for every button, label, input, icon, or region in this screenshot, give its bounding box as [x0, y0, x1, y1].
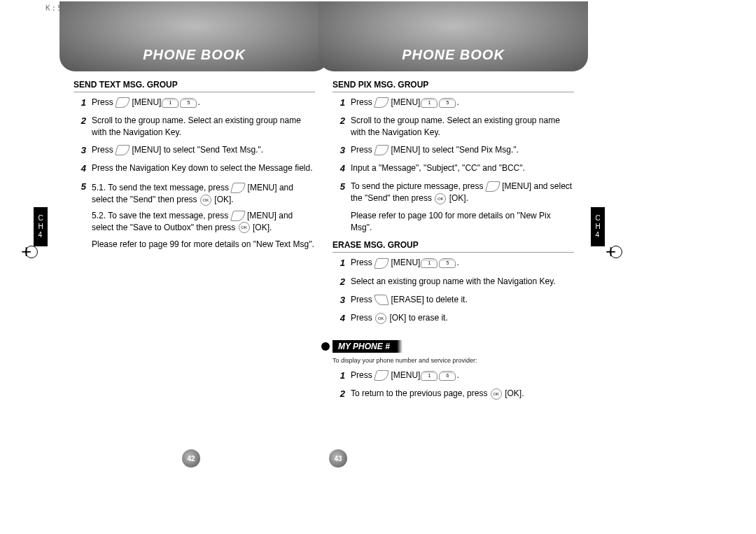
step-1: 1 Press [MENU]15.: [74, 97, 315, 109]
step-text: [OK].: [505, 388, 524, 398]
steps-list: 1 Press [MENU]15. 2 Select an existing g…: [332, 257, 574, 325]
step-text: [OK].: [449, 193, 468, 203]
step-text: .: [456, 97, 458, 107]
step-text: Scroll to the group name. Select an exis…: [92, 115, 315, 139]
section-title: SEND TEXT MSG. GROUP: [74, 80, 315, 92]
step-5: 5 5.1. To send the text message, press […: [74, 181, 315, 233]
step-4: 4 Input a "Message", "Subject", "CC" and…: [332, 162, 574, 175]
step-text: Input a "Message", "Subject", "CC" and "…: [351, 162, 574, 175]
banner-left: PHONE BOOK: [59, 1, 329, 71]
steps-list: 1 Press [MENU]16. 2 To return to the pre…: [332, 370, 574, 400]
step-3: 3 Press [MENU] to select "Send Pix Msg."…: [332, 144, 574, 157]
step-1: 1 Press [MENU]15.: [332, 257, 574, 269]
step-text: [MENU]: [132, 97, 161, 107]
step-text: [MENU]: [391, 370, 420, 380]
step-2: 2 Scroll to the group name. Select an ex…: [74, 115, 315, 139]
num-key-icon: 1: [162, 98, 178, 108]
step-text: 5.1. To send the text message, press: [92, 183, 229, 192]
step-number: 3: [74, 144, 86, 157]
step-5: 5 To send the picture message, press [ME…: [332, 181, 574, 204]
step-text: [MENU] to select "Send Pix Msg.".: [391, 145, 519, 155]
page-number-right: 43: [329, 449, 347, 468]
soft-key-icon: [230, 183, 246, 193]
num-key-icon: 1: [421, 371, 438, 381]
step-text: Press: [351, 370, 372, 380]
soft-key-icon: [230, 211, 246, 221]
step-text: Scroll to the group name. Select an exis…: [351, 115, 574, 139]
step-3: 3 Press [ERASE] to delete it.: [332, 294, 574, 307]
banner-title: PHONE BOOK: [402, 47, 505, 63]
step-number: 1: [332, 97, 345, 109]
soft-key-icon: [374, 370, 389, 381]
step-text: Press the Navigation Key down to select …: [92, 162, 315, 175]
soft-key-icon: [115, 145, 130, 155]
step-text: [MENU] to select "Send Text Msg.".: [132, 145, 263, 155]
banner-right: PHONE BOOK: [318, 1, 588, 71]
soft-key-icon: [374, 258, 389, 269]
step-text: To send the picture message, press: [351, 181, 483, 191]
step-text: Press: [351, 145, 372, 155]
content-left: SEND TEXT MSG. GROUP 1 Press [MENU]15. 2…: [59, 71, 329, 251]
step-text: [ERASE] to delete it.: [391, 295, 467, 304]
step-number: 4: [74, 162, 86, 175]
steps-list: 1 Press [MENU]15. 2 Scroll to the group …: [332, 97, 574, 204]
step-number: 4: [332, 312, 345, 325]
step-text: Press: [351, 313, 372, 323]
step-text: Press: [351, 258, 372, 267]
step-text: 5.2. To save the text message, press: [92, 211, 228, 220]
step-text: Press: [351, 97, 372, 107]
soft-key-icon: [374, 145, 389, 155]
step-number: 3: [332, 294, 345, 307]
step-number: 2: [332, 115, 345, 139]
step-2: 2 Select an existing group name with the…: [332, 276, 574, 288]
steps-list: 1 Press [MENU]15. 2 Scroll to the group …: [74, 97, 315, 233]
step-number: 1: [332, 370, 345, 382]
step-2: 2 Scroll to the group name. Select an ex…: [332, 115, 574, 139]
step-number: 1: [332, 257, 345, 269]
step-text: [MENU]: [391, 258, 420, 267]
num-key-icon: 6: [439, 371, 456, 381]
num-key-icon: 1: [421, 98, 438, 108]
page-spread: PHONE BOOK SEND TEXT MSG. GROUP 1 Press …: [0, 0, 756, 534]
step-text: [OK].: [214, 195, 233, 204]
step-text: Press: [351, 295, 372, 304]
step-1: 1 Press [MENU]15.: [332, 97, 574, 109]
note-text: Please refer to page 100 for more detail…: [351, 210, 574, 234]
step-text: .: [197, 97, 200, 107]
num-key-icon: 5: [439, 258, 456, 268]
step-text: [OK].: [253, 223, 272, 232]
page-right: PHONE BOOK SEND PIX MSG. GROUP 1 Press […: [318, 0, 588, 534]
page-number-left: 42: [182, 449, 200, 468]
num-key-icon: 5: [439, 98, 456, 108]
step-text: .: [456, 258, 458, 267]
soft-key-right-icon: [374, 295, 389, 305]
step-4: 4 Press OK [OK] to erase it.: [332, 312, 574, 325]
step-text: Press: [92, 97, 113, 107]
step-number: 4: [332, 162, 345, 175]
section-tag: MY PHONE #: [332, 340, 397, 353]
step-1: 1 Press [MENU]16.: [332, 370, 574, 382]
step-text: To return to the previous page, press: [351, 388, 487, 398]
soft-key-icon: [115, 97, 130, 108]
banner-title: PHONE BOOK: [143, 47, 246, 63]
section-subtitle: To display your phone number and service…: [332, 357, 574, 364]
step-number: 5: [332, 181, 345, 204]
num-key-icon: 1: [421, 258, 438, 268]
step-4: 4 Press the Navigation Key down to selec…: [74, 162, 315, 175]
step-text: .: [456, 370, 458, 380]
num-key-icon: 5: [180, 98, 197, 108]
section-title: SEND PIX MSG. GROUP: [332, 80, 574, 92]
step-text: [OK] to erase it.: [389, 313, 447, 323]
ok-key-icon: OK: [491, 388, 502, 400]
step-number: 5: [74, 181, 86, 233]
ok-key-icon: OK: [239, 222, 250, 233]
step-3: 3 Press [MENU] to select "Send Text Msg.…: [74, 144, 315, 157]
step-2: 2 To return to the previous page, press …: [332, 388, 574, 400]
ok-key-icon: OK: [375, 313, 386, 324]
step-number: 1: [74, 97, 86, 109]
section-title: ERASE MSG. GROUP: [332, 240, 574, 253]
step-number: 2: [74, 115, 86, 139]
note-text: Please refer to page 99 for more details…: [92, 239, 315, 251]
step-number: 3: [332, 144, 345, 157]
step-number: 2: [332, 388, 345, 400]
